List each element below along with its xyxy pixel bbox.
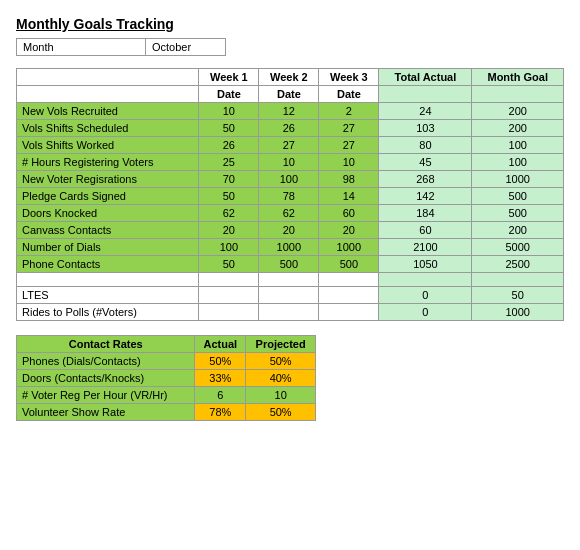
month-row: Month October <box>16 38 564 56</box>
col-subheader-total <box>379 86 472 103</box>
row-label-cell: Rides to Polls (#Voters) <box>17 304 199 321</box>
ct-col-actual: Actual <box>195 336 246 353</box>
data-cell: 5000 <box>472 239 564 256</box>
contact-label-cell: Volunteer Show Rate <box>17 404 195 421</box>
table-row: New Voter Regisrations70100982681000 <box>17 171 564 188</box>
data-cell: 1000 <box>319 239 379 256</box>
data-cell <box>379 273 472 287</box>
col-header-goal: Month Goal <box>472 69 564 86</box>
data-cell: 50 <box>472 287 564 304</box>
row-label-cell: Number of Dials <box>17 239 199 256</box>
contact-table-row: # Voter Reg Per Hour (VR/Hr)610 <box>17 387 316 404</box>
month-value-cell: October <box>146 38 226 56</box>
col-header-week2: Week 2 <box>259 69 319 86</box>
data-cell: 78 <box>259 188 319 205</box>
col-header-label <box>17 69 199 86</box>
data-cell <box>259 304 319 321</box>
data-cell: 103 <box>379 120 472 137</box>
data-cell: 20 <box>259 222 319 239</box>
data-cell <box>199 287 259 304</box>
row-label-cell <box>17 273 199 287</box>
data-cell: 25 <box>199 154 259 171</box>
col-subheader-label <box>17 86 199 103</box>
row-label-cell: Doors Knocked <box>17 205 199 222</box>
row-label-cell: Vols Shifts Scheduled <box>17 120 199 137</box>
ct-col-label: Contact Rates <box>17 336 195 353</box>
contact-actual-cell: 50% <box>195 353 246 370</box>
data-cell: 100 <box>472 137 564 154</box>
col-subheader-week3: Date <box>319 86 379 103</box>
row-label-cell: # Hours Registering Voters <box>17 154 199 171</box>
table-header-row2: Date Date Date <box>17 86 564 103</box>
col-header-week1: Week 1 <box>199 69 259 86</box>
row-label-cell: New Vols Recruited <box>17 103 199 120</box>
data-cell: 26 <box>199 137 259 154</box>
data-cell: 50 <box>199 120 259 137</box>
table-header-row1: Week 1 Week 2 Week 3 Total Actual Month … <box>17 69 564 86</box>
table-row: # Hours Registering Voters25101045100 <box>17 154 564 171</box>
data-cell: 27 <box>319 137 379 154</box>
data-cell: 500 <box>259 256 319 273</box>
table-row: Vols Shifts Worked26272780100 <box>17 137 564 154</box>
table-row <box>17 273 564 287</box>
data-cell: 0 <box>379 287 472 304</box>
data-cell: 2100 <box>379 239 472 256</box>
data-cell: 2 <box>319 103 379 120</box>
data-cell: 27 <box>259 137 319 154</box>
table-row: Pledge Cards Signed507814142500 <box>17 188 564 205</box>
data-cell: 10 <box>199 103 259 120</box>
data-cell: 50 <box>199 188 259 205</box>
table-row: Doors Knocked626260184500 <box>17 205 564 222</box>
data-cell: 100 <box>259 171 319 188</box>
contact-projected-cell: 40% <box>246 370 316 387</box>
data-cell: 200 <box>472 103 564 120</box>
table-row: Number of Dials1001000100021005000 <box>17 239 564 256</box>
data-cell <box>199 304 259 321</box>
data-cell: 50 <box>199 256 259 273</box>
data-cell <box>319 304 379 321</box>
col-subheader-goal <box>472 86 564 103</box>
data-cell <box>472 273 564 287</box>
data-cell <box>199 273 259 287</box>
ct-col-projected: Projected <box>246 336 316 353</box>
data-cell: 27 <box>319 120 379 137</box>
row-label-cell: Pledge Cards Signed <box>17 188 199 205</box>
table-row: LTES050 <box>17 287 564 304</box>
col-subheader-week1: Date <box>199 86 259 103</box>
col-subheader-week2: Date <box>259 86 319 103</box>
contact-actual-cell: 78% <box>195 404 246 421</box>
contact-actual-cell: 33% <box>195 370 246 387</box>
contact-actual-cell: 6 <box>195 387 246 404</box>
data-cell: 1000 <box>472 304 564 321</box>
data-cell: 2500 <box>472 256 564 273</box>
contact-projected-cell: 10 <box>246 387 316 404</box>
contact-table: Contact Rates Actual Projected Phones (D… <box>16 335 316 421</box>
data-cell: 184 <box>379 205 472 222</box>
contact-header-row: Contact Rates Actual Projected <box>17 336 316 353</box>
data-cell <box>259 273 319 287</box>
data-cell: 200 <box>472 222 564 239</box>
contact-projected-cell: 50% <box>246 353 316 370</box>
data-cell: 62 <box>199 205 259 222</box>
contact-projected-cell: 50% <box>246 404 316 421</box>
col-header-week3: Week 3 <box>319 69 379 86</box>
data-cell: 10 <box>319 154 379 171</box>
row-label-cell: Canvass Contacts <box>17 222 199 239</box>
data-cell: 500 <box>472 205 564 222</box>
row-label-cell: LTES <box>17 287 199 304</box>
contact-label-cell: # Voter Reg Per Hour (VR/Hr) <box>17 387 195 404</box>
data-cell: 142 <box>379 188 472 205</box>
data-cell: 10 <box>259 154 319 171</box>
contact-label-cell: Phones (Dials/Contacts) <box>17 353 195 370</box>
table-row: Vols Shifts Scheduled502627103200 <box>17 120 564 137</box>
data-cell: 1000 <box>259 239 319 256</box>
contact-table-row: Volunteer Show Rate78%50% <box>17 404 316 421</box>
data-cell <box>259 287 319 304</box>
data-cell: 45 <box>379 154 472 171</box>
data-cell <box>319 287 379 304</box>
data-cell: 60 <box>319 205 379 222</box>
data-cell: 0 <box>379 304 472 321</box>
data-cell: 268 <box>379 171 472 188</box>
table-row: Rides to Polls (#Voters)01000 <box>17 304 564 321</box>
data-cell <box>319 273 379 287</box>
